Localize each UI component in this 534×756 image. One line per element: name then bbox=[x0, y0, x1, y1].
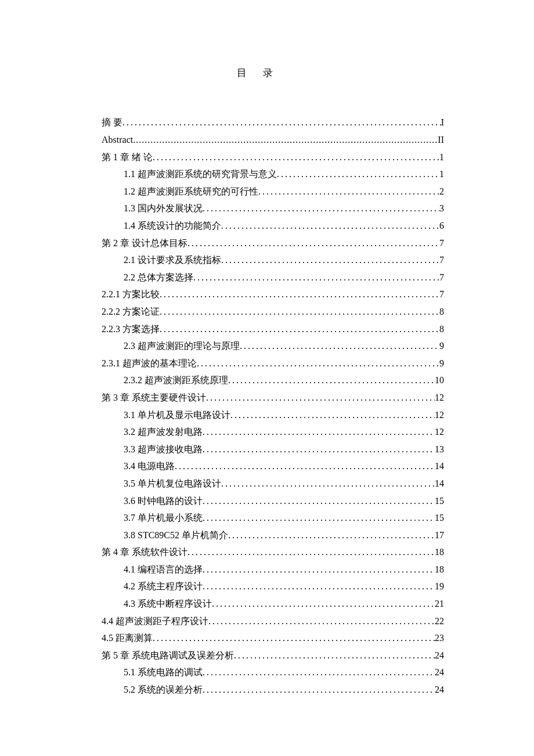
toc-leader bbox=[175, 458, 435, 475]
toc-entry: 1.3 国内外发展状况3 bbox=[102, 200, 444, 217]
toc-entry-label: 2.2.1 方案比较 bbox=[102, 286, 160, 303]
toc-entry: 5.2 系统的误差分析24 bbox=[102, 681, 444, 699]
toc-leader bbox=[203, 561, 435, 578]
toc-entry-label: 2.2.3 方案选择 bbox=[102, 321, 160, 338]
toc-entry-label: 4.5 距离测算 bbox=[102, 629, 153, 647]
toc-entry: 3.1 单片机及显示电路设计12 bbox=[102, 406, 444, 424]
toc-entry: 2.3.2 超声波测距系统原理10 bbox=[102, 372, 444, 389]
toc-entry-page: 18 bbox=[435, 543, 444, 561]
toc-entry-page: 15 bbox=[435, 492, 444, 510]
toc-leader bbox=[133, 131, 438, 149]
toc-entry-page: 22 bbox=[435, 613, 444, 630]
toc-entry: 1.4 系统设计的功能简介6 bbox=[102, 217, 444, 235]
toc-entry-label: 3.8 STC89C52 单片机简介 bbox=[124, 527, 228, 544]
toc-leader bbox=[203, 578, 435, 595]
toc-leader bbox=[160, 303, 439, 321]
toc-entry: 摘 要I bbox=[102, 114, 444, 131]
toc-entry-label: Abstract bbox=[102, 131, 133, 149]
toc-entry-page: 14 bbox=[435, 475, 444, 492]
toc-entry-page: 19 bbox=[435, 578, 444, 595]
toc-entry-page: 7 bbox=[439, 235, 444, 252]
toc-entry-page: 3 bbox=[439, 200, 444, 217]
toc-entry: 第 3 章 系统主要硬件设计12 bbox=[102, 389, 444, 406]
toc-entry-label: 2.2.2 方案论证 bbox=[102, 303, 160, 321]
toc-entry-page: 15 bbox=[435, 509, 444, 527]
toc-entry-page: 13 bbox=[435, 441, 444, 458]
toc-entry-label: 2.3.1 超声波的基本理论 bbox=[102, 355, 197, 372]
toc-entry-page: 7 bbox=[439, 269, 444, 286]
toc-leader bbox=[203, 200, 439, 217]
toc-entry-page: 7 bbox=[439, 286, 444, 303]
toc-entry-page: 24 bbox=[435, 664, 444, 681]
toc-leader bbox=[277, 165, 439, 183]
toc-leader bbox=[228, 372, 435, 389]
toc-entry-page: 12 bbox=[435, 406, 444, 424]
toc-entry-label: 1.2 超声波测距系统研究的可行性 bbox=[124, 183, 258, 200]
toc-entry: AbstractII bbox=[102, 131, 444, 149]
toc-leader bbox=[228, 527, 435, 544]
toc-entry-label: 第 3 章 系统主要硬件设计 bbox=[102, 389, 206, 406]
toc-entry: 1.2 超声波测距系统研究的可行性2 bbox=[102, 183, 444, 200]
toc-entry-page: 2 bbox=[439, 183, 444, 200]
toc-leader bbox=[234, 647, 435, 664]
toc-entry-label: 3.6 时钟电路的设计 bbox=[124, 492, 203, 510]
toc-entry: 3.3 超声波接收电路13 bbox=[102, 441, 444, 458]
toc-leader bbox=[160, 321, 439, 338]
toc-entry-page: 23 bbox=[435, 629, 444, 647]
toc-entry: 3.2 超声波发射电路12 bbox=[102, 423, 444, 441]
toc-leader bbox=[160, 286, 439, 303]
toc-leader bbox=[193, 269, 439, 286]
toc-leader bbox=[221, 217, 439, 235]
toc-entry-label: 第 4 章 系统软件设计 bbox=[102, 543, 187, 561]
toc-entry-label: 第 2 章 设计总体目标 bbox=[102, 235, 187, 252]
toc-entry-page: 24 bbox=[435, 681, 444, 699]
toc-entry-label: 3.4 电源电路 bbox=[124, 458, 175, 475]
toc-entry-page: 21 bbox=[435, 595, 444, 613]
toc-entry-page: 10 bbox=[435, 372, 444, 389]
toc-leader bbox=[122, 114, 441, 131]
toc-entry: 1.1 超声波测距系统的研究背景与意义1 bbox=[102, 165, 444, 183]
toc-entry: 2.2.3 方案选择8 bbox=[102, 321, 444, 338]
toc-leader bbox=[153, 149, 439, 166]
toc-entry-page: 1 bbox=[439, 149, 444, 166]
toc-leader bbox=[208, 613, 435, 630]
toc-entry-label: 1.4 系统设计的功能简介 bbox=[124, 217, 221, 235]
toc-title: 目 录 bbox=[73, 64, 444, 82]
toc-leader bbox=[230, 406, 435, 424]
toc-entry-page: 12 bbox=[435, 389, 444, 406]
toc-entry-label: 第 5 章 系统电路调试及误差分析 bbox=[102, 647, 234, 664]
toc-leader bbox=[212, 595, 435, 613]
toc-leader bbox=[221, 475, 435, 492]
toc-entry: 4.5 距离测算23 bbox=[102, 629, 444, 647]
toc-leader bbox=[203, 509, 435, 527]
toc-entry-label: 摘 要 bbox=[102, 114, 122, 131]
toc-entry-label: 4.2 系统主程序设计 bbox=[124, 578, 203, 595]
toc-leader bbox=[187, 543, 435, 561]
toc-entry-label: 2.1 设计要求及系统指标 bbox=[124, 251, 221, 269]
toc-container: 摘 要IAbstractII第 1 章 绪 论11.1 超声波测距系统的研究背景… bbox=[102, 114, 444, 698]
toc-leader bbox=[203, 492, 435, 510]
toc-entry-page: 6 bbox=[439, 217, 444, 235]
toc-leader bbox=[203, 441, 435, 458]
toc-leader bbox=[240, 337, 439, 355]
toc-entry: 2.1 设计要求及系统指标7 bbox=[102, 251, 444, 269]
toc-entry-page: 12 bbox=[435, 423, 444, 441]
toc-entry: 2.2 总体方案选择7 bbox=[102, 269, 444, 286]
toc-leader bbox=[203, 423, 435, 441]
toc-leader bbox=[153, 629, 435, 647]
toc-entry-label: 1.1 超声波测距系统的研究背景与意义 bbox=[124, 165, 277, 183]
toc-entry-label: 1.3 国内外发展状况 bbox=[124, 200, 203, 217]
toc-entry: 4.3 系统中断程序设计21 bbox=[102, 595, 444, 613]
toc-entry: 4.1 编程语言的选择18 bbox=[102, 561, 444, 578]
toc-entry-page: 1 bbox=[439, 165, 444, 183]
toc-entry: 2.2.2 方案论证8 bbox=[102, 303, 444, 321]
toc-entry: 5.1 系统电路的调试24 bbox=[102, 664, 444, 681]
toc-entry: 2.3 超声波测距的理论与原理9 bbox=[102, 337, 444, 355]
toc-entry-page: 7 bbox=[439, 251, 444, 269]
toc-leader bbox=[203, 664, 435, 681]
toc-entry-page: 9 bbox=[439, 355, 444, 372]
toc-entry: 第 4 章 系统软件设计18 bbox=[102, 543, 444, 561]
toc-entry: 3.4 电源电路14 bbox=[102, 458, 444, 475]
toc-entry-label: 3.5 单片机复位电路设计 bbox=[124, 475, 221, 492]
toc-entry: 3.8 STC89C52 单片机简介 17 bbox=[102, 527, 444, 544]
